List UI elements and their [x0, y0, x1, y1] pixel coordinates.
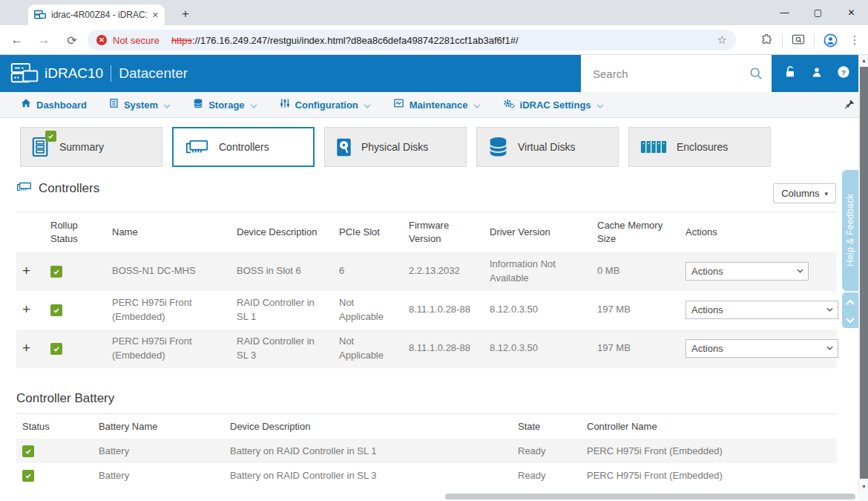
bookmark-star-icon[interactable]: ☆	[717, 33, 727, 47]
chevron-up-icon[interactable]	[846, 295, 855, 308]
address-bar[interactable]: ✕ Not secure https://176.16.249.247/rest…	[88, 30, 736, 50]
chevron-down-icon	[250, 98, 257, 111]
actions-select[interactable]: Actions	[685, 339, 838, 358]
app-header: iDRAC10 Datacenter ?	[0, 55, 868, 92]
refresh-button[interactable]: ⟳	[61, 25, 83, 55]
status-ok-badge	[45, 131, 56, 142]
cell-cache-memory: 0 MB	[591, 252, 680, 291]
cell-device-description: RAID Controller in SL 1	[231, 291, 333, 330]
tab-title: idrac-4R00Z84 - iDRAC10 - Stor	[51, 10, 147, 20]
nav-item-system[interactable]: System	[109, 98, 171, 111]
scroll-up-icon[interactable]: ▲	[859, 56, 868, 65]
toolbar-right: ⋮	[757, 25, 864, 55]
toolbar-divider	[782, 33, 783, 47]
expand-row-icon[interactable]: +	[22, 263, 30, 278]
home-icon	[21, 98, 31, 111]
browser-menu-icon[interactable]: ⋮	[846, 31, 864, 49]
cell-cache-memory: 197 MB	[591, 291, 680, 330]
new-tab-button[interactable]: +	[177, 5, 194, 23]
nav-item-configuration[interactable]: Configuration	[280, 98, 371, 111]
search-input[interactable]	[581, 68, 749, 80]
vertical-scrollbar-thumb[interactable]	[860, 67, 868, 479]
cell-driver-version: 8.12.0.3.50	[484, 291, 591, 330]
nav-label: Dashboard	[36, 99, 87, 111]
cell-controller-name: PERC H975i Front (Embedded)	[581, 463, 837, 488]
cell-device-description: RAID Controller in SL 3	[231, 330, 333, 368]
profile-icon[interactable]	[821, 31, 839, 49]
nav-item-storage[interactable]: Storage	[193, 98, 257, 112]
help-icon[interactable]: ?	[837, 65, 850, 82]
tab-label: Enclosures	[677, 141, 728, 153]
global-search	[581, 55, 772, 92]
cell-name: BOSS-N1 DC-MHS	[106, 252, 231, 291]
columns-button[interactable]: Columns ▾	[773, 183, 836, 203]
chevron-down-icon	[473, 98, 481, 111]
actions-select[interactable]: Actions	[685, 301, 838, 319]
scroll-down-icon[interactable]: ▼	[859, 482, 868, 491]
chevron-down-icon[interactable]	[846, 312, 855, 326]
tab-summary[interactable]: Summary	[20, 127, 162, 167]
nav-label: Storage	[208, 99, 244, 111]
controllers-table: Rollup Status Name Device Description PC…	[16, 212, 837, 368]
expand-row-icon[interactable]: +	[22, 340, 30, 356]
license-edition: Datacenter	[119, 65, 188, 82]
forward-button[interactable]: →	[33, 25, 55, 55]
extensions-puzzle-icon[interactable]	[757, 31, 775, 49]
maximize-button[interactable]: ▢	[801, 0, 835, 25]
nav-label: Configuration	[295, 99, 358, 111]
cell-controller-name: PERC H975i Front (Embedded)	[581, 439, 837, 463]
url-rest: ://176.16.249.247/restgui/index.html?d8e…	[192, 35, 518, 46]
cell-name: PERC H975i Front (Embedded)	[106, 291, 231, 330]
col-pcie-slot: PCIe Slot	[333, 212, 403, 252]
expand-row-icon[interactable]: +	[22, 301, 30, 317]
user-icon[interactable]	[811, 66, 823, 82]
help-feedback-label: Help & Feedback	[845, 194, 855, 266]
tab-label: Virtual Disks	[518, 141, 576, 153]
not-secure-icon: ✕	[96, 35, 107, 45]
actions-select[interactable]: Actions	[685, 262, 809, 281]
tab-physical-disks[interactable]: Physical Disks	[324, 127, 467, 167]
tab-label: Controllers	[219, 141, 269, 153]
storage-tabs: Summary Controllers Physical Disks Virtu…	[20, 127, 771, 167]
unlock-icon[interactable]	[783, 65, 797, 82]
storage-icon	[193, 98, 203, 112]
col-status: Status	[16, 414, 93, 439]
chevron-down-icon	[163, 98, 171, 111]
table-row: + BOSS-N1 DC-MHS BOSS in Slot 6 6 2.2.13…	[16, 252, 837, 291]
actions-dropdown[interactable]: Actions	[685, 262, 809, 281]
help-feedback-tab[interactable]: Help & Feedback	[842, 170, 858, 291]
tab-close-icon[interactable]: ✕	[152, 10, 159, 20]
minimize-button[interactable]: —	[768, 0, 801, 25]
nav-item-idrac-settings[interactable]: iDRAC Settings	[503, 98, 604, 112]
tab-controllers[interactable]: Controllers	[172, 127, 315, 167]
close-window-button[interactable]: ✕	[835, 0, 868, 25]
cell-battery-name: Battery	[93, 463, 224, 488]
horizontal-scrollbar[interactable]	[0, 492, 858, 501]
nav-item-dashboard[interactable]: Dashboard	[21, 98, 87, 111]
battery-table: Status Battery Name Device Description S…	[16, 413, 837, 488]
maintenance-icon	[393, 98, 404, 111]
not-secure-label[interactable]: Not secure	[113, 35, 160, 46]
pin-icon[interactable]	[844, 99, 855, 113]
page-scroll-widget[interactable]	[842, 292, 858, 328]
tab-enclosures[interactable]: Enclosures	[628, 127, 771, 167]
search-icon[interactable]	[749, 67, 763, 80]
back-button[interactable]: ←	[6, 25, 28, 55]
actions-dropdown[interactable]: Actions	[685, 339, 838, 358]
actions-dropdown[interactable]: Actions	[685, 301, 838, 319]
chevron-down-icon	[364, 98, 371, 111]
col-cache-memory: Cache Memory Size	[591, 212, 680, 252]
col-device-description: Device Description	[231, 212, 333, 252]
favicon-idrac-icon	[34, 10, 46, 20]
tab-search-icon[interactable]	[789, 31, 807, 49]
nav-item-maintenance[interactable]: Maintenance	[393, 98, 481, 111]
cell-pcie-slot: Not Applicable	[333, 291, 403, 330]
controller-card-icon	[16, 181, 32, 196]
tab-virtual-disks[interactable]: Virtual Disks	[476, 127, 619, 167]
horizontal-scrollbar-thumb[interactable]	[445, 494, 855, 500]
col-rollup-status: Rollup Status	[45, 212, 106, 252]
cell-pcie-slot: 6	[333, 252, 403, 291]
col-actions: Actions	[680, 212, 837, 252]
browser-tab[interactable]: idrac-4R00Z84 - iDRAC10 - Stor ✕	[28, 4, 165, 25]
vertical-scrollbar[interactable]: ▲ ▼	[858, 55, 868, 492]
